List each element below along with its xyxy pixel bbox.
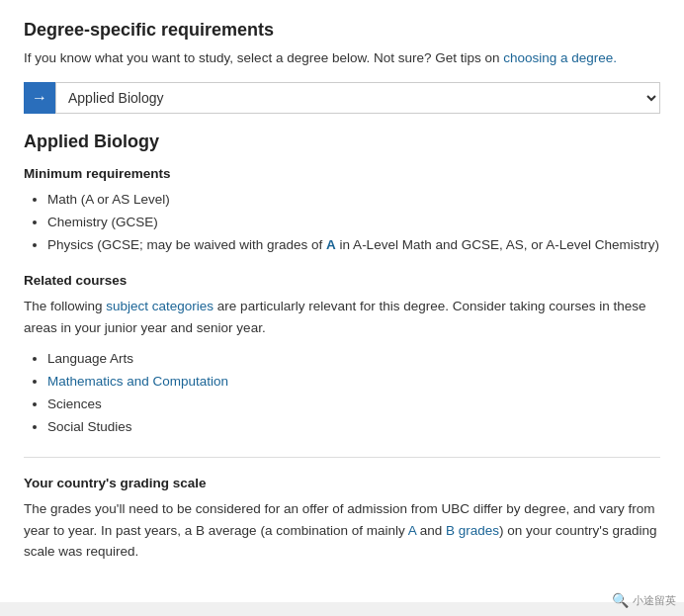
related-courses-heading: Related courses xyxy=(24,273,660,288)
choosing-degree-link[interactable]: choosing a degree. xyxy=(503,50,617,65)
list-item: Physics (GCSE; may be waived with grades… xyxy=(47,234,660,257)
section-divider xyxy=(24,457,660,458)
grade-b-link[interactable]: B grades xyxy=(446,523,499,538)
dropdown-row: → Applied Biology xyxy=(24,82,660,114)
grading-scale-text: The grades you'll need to be considered … xyxy=(24,498,660,563)
degree-select[interactable]: Applied Biology xyxy=(55,82,660,114)
grading-scale-section: Your country's grading scale The grades … xyxy=(24,476,660,563)
degree-name-heading: Applied Biology xyxy=(24,132,660,152)
related-courses-list: Language Arts Mathematics and Computatio… xyxy=(24,348,660,439)
page-title: Degree-specific requirements xyxy=(24,20,660,41)
related-intro-before: The following xyxy=(24,299,106,313)
intro-paragraph: If you know what you want to study, sele… xyxy=(24,48,660,68)
math-computation-link[interactable]: Mathematics and Computation xyxy=(47,374,228,389)
list-item: Social Studies xyxy=(47,416,660,439)
grading-scale-heading: Your country's grading scale xyxy=(24,476,660,490)
watermark-text: 小途留英 xyxy=(633,593,676,608)
list-item: Mathematics and Computation xyxy=(47,371,660,394)
list-item: Math (A or AS Level) xyxy=(47,189,660,212)
main-container: Degree-specific requirements If you know… xyxy=(0,0,684,602)
grade-highlight: A xyxy=(326,237,336,252)
min-req-heading: Minimum requirements xyxy=(24,166,660,181)
watermark-icon: 🔍 xyxy=(612,592,629,608)
list-item: Chemistry (GCSE) xyxy=(47,212,660,234)
related-courses-intro: The following subject categories are par… xyxy=(24,296,660,338)
grade-a-link[interactable]: A xyxy=(408,523,416,538)
list-item: Sciences xyxy=(47,394,660,416)
intro-text-before: If you know what you want to study, sele… xyxy=(24,50,503,65)
watermark: 🔍 小途留英 xyxy=(612,592,676,608)
subject-categories-link[interactable]: subject categories xyxy=(106,299,214,313)
related-courses-section: Related courses The following subject ca… xyxy=(24,273,660,439)
min-req-list: Math (A or AS Level) Chemistry (GCSE) Ph… xyxy=(24,189,660,257)
list-item: Language Arts xyxy=(47,348,660,371)
arrow-button[interactable]: → xyxy=(24,82,55,114)
minimum-requirements-section: Minimum requirements Math (A or AS Level… xyxy=(24,166,660,257)
